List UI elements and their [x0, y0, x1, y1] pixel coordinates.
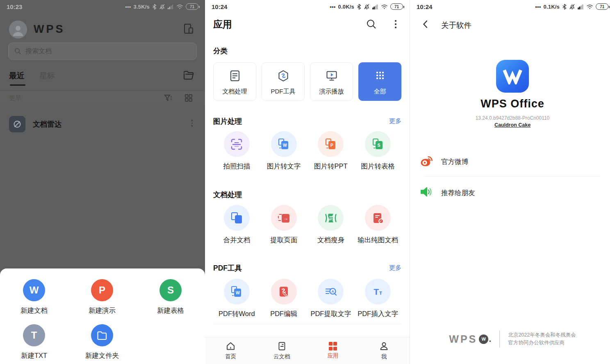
nav-me[interactable]: 我 [358, 337, 410, 364]
clock: 10:24 [212, 3, 227, 10]
nav-cloud-docs[interactable]: 云文档 [256, 337, 308, 364]
folder-icon[interactable] [183, 70, 194, 82]
pdf-hexagon-icon [262, 70, 304, 82]
new-spreadsheet-icon: S [159, 279, 182, 301]
home-tabs: 最近 星标 [0, 66, 205, 88]
net-speed: 3.5K/s [133, 4, 150, 10]
nav-home[interactable]: 首页 [205, 337, 256, 364]
filter-icon[interactable] [163, 93, 173, 105]
wifi-icon [381, 4, 388, 9]
cloud-doc-icon [277, 341, 287, 351]
wifi-icon [586, 4, 593, 9]
earlier-label: 更早 [9, 94, 21, 102]
person-icon [12, 24, 24, 37]
mute-icon [364, 4, 370, 10]
apps-icon [329, 342, 337, 350]
bottom-nav: 首页 云文档 应用 我 [205, 337, 410, 364]
wps-w-icon [502, 68, 523, 84]
wifi-icon [176, 4, 183, 9]
apps-header: 应用 [205, 13, 410, 37]
pdf-insert-text-icon: Tт [374, 287, 382, 297]
earlier-section-row: 更早 [0, 91, 205, 105]
more-link-pdf[interactable]: 更多 [389, 264, 401, 272]
bluetooth-icon [152, 4, 157, 10]
device-transfer-icon[interactable] [183, 23, 194, 36]
image-to-sheet-icon: S [373, 139, 383, 150]
battery-icon: 71 [596, 3, 608, 10]
new-spreadsheet-button[interactable]: S 新建表格 [146, 279, 195, 315]
new-txt-button[interactable]: T 新建TXT [9, 324, 59, 360]
search-icon[interactable] [366, 19, 377, 31]
wps-badge-icon: W [479, 334, 488, 344]
category-card-pdf[interactable]: PDF工具 [262, 62, 305, 101]
category-card-docs[interactable]: 文档处理 [213, 62, 256, 101]
codename-link-wrap: Cauldron Cake [410, 122, 615, 128]
app-pdf-insert-text[interactable]: Tт PDF插入文字 [354, 279, 401, 318]
new-presentation-icon: P [91, 279, 113, 301]
weibo-icon [420, 154, 433, 167]
page-title: 关于软件 [441, 20, 472, 30]
olympics-footer: WPSW. 北京2022年冬奥会和冬残奥会 官方协同办公软件供应商 [410, 330, 615, 348]
bluetooth-icon [357, 4, 361, 10]
export-image-doc-icon: ✓ [372, 212, 384, 224]
doc-radar-row[interactable]: 文档雷达 [0, 110, 205, 139]
mute-icon [159, 4, 165, 10]
net-speed-dots: ••• [330, 4, 335, 10]
search-input[interactable] [25, 48, 191, 55]
svg-text:A: A [331, 289, 334, 293]
radar-icon [9, 116, 25, 132]
app-name: WPS Office [410, 98, 615, 110]
more-link-image[interactable]: 更多 [389, 117, 401, 125]
app-export-image-doc[interactable]: ✓ 输出纯图文档 [354, 205, 401, 245]
section-title-docs: 文档处理 [213, 190, 242, 200]
new-presentation-button[interactable]: P 新建演示 [77, 279, 127, 315]
new-doc-icon: W [23, 279, 45, 301]
back-button[interactable] [421, 19, 430, 31]
more-options-icon[interactable] [191, 120, 193, 127]
wps-app-logo [496, 60, 529, 93]
scan-icon [230, 138, 243, 150]
app-image-to-ppt[interactable]: P 图片转PPT [308, 131, 355, 171]
version-text: 13.24.0.b9427d2b88-ProCn00110 [410, 115, 615, 121]
grid-view-icon[interactable] [184, 93, 194, 105]
recommend-row[interactable]: 推荐给朋友 [410, 176, 615, 207]
document-icon [214, 70, 256, 82]
statusbar: 10:24 ••• 0.0K/s 71 [205, 0, 410, 13]
app-scan[interactable]: 拍照扫描 [213, 131, 260, 171]
clock: 10:24 [417, 3, 432, 10]
app-doc-slim[interactable]: 文档瘦身 [308, 205, 355, 245]
all-apps-grid-icon [359, 72, 401, 79]
app-row-docs: 合并文档 → 提取页面 文档瘦身 [213, 205, 401, 245]
category-card-play[interactable]: 演示播放 [310, 62, 353, 101]
app-merge-docs[interactable]: 合并文档 [213, 205, 260, 245]
app-pdf-edit[interactable]: PDF编辑 [260, 279, 308, 318]
avatar[interactable] [9, 20, 27, 39]
official-weibo-row[interactable]: 官方微博 [410, 145, 615, 176]
wps-wordmark: WPS [34, 23, 65, 36]
app-image-to-sheet[interactable]: S 图片转表格 [354, 131, 401, 171]
tab-recent[interactable]: 最近 [9, 71, 25, 81]
new-doc-button[interactable]: W 新建文档 [9, 279, 59, 315]
nav-apps[interactable]: 应用 [308, 337, 359, 364]
doc-radar-label: 文档雷达 [33, 119, 61, 129]
category-card-all[interactable]: 全部 [358, 62, 401, 101]
app-image-to-text[interactable]: W 图片转文字 [260, 131, 308, 171]
categories-title: 分类 [213, 46, 228, 56]
tab-starred[interactable]: 星标 [39, 71, 55, 81]
app-row-pdf: W PDF转Word PDF编辑 A PDF提取文字 Tт PD [213, 279, 401, 318]
more-menu-icon[interactable] [395, 20, 396, 28]
codename-link[interactable]: Cauldron Cake [494, 122, 531, 128]
new-folder-icon [91, 324, 113, 346]
app-pdf-extract-text[interactable]: A PDF提取文字 [308, 279, 355, 318]
image-to-word-icon: W [278, 139, 289, 150]
app-pdf-to-word[interactable]: W PDF转Word [213, 279, 260, 318]
search-bar[interactable] [8, 43, 197, 60]
footer-divider [499, 330, 500, 348]
me-icon [379, 341, 389, 351]
app-extract-pages[interactable]: → 提取页面 [260, 205, 308, 245]
new-txt-icon: T [23, 324, 45, 346]
category-cards: 文档处理 PDF工具 演示播放 全部 [213, 62, 401, 101]
panel-home-dimmed: 10:23 ••• 3.5K/s 71 WPS [0, 0, 205, 364]
new-folder-button[interactable]: 新建文件夹 [77, 324, 127, 360]
home-icon [226, 341, 236, 351]
